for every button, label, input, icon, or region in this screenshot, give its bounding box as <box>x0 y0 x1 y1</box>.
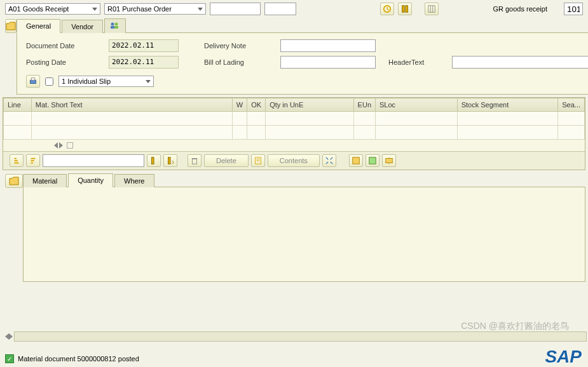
contents-icon-button[interactable] <box>251 154 265 167</box>
movement-type-label: GR goods receipt <box>493 5 547 13</box>
detail-panel <box>23 187 585 282</box>
action-dropdown-label: A01 Goods Receipt <box>8 5 69 13</box>
tab-where[interactable]: Where <box>114 174 154 187</box>
header-text-input[interactable] <box>452 56 588 69</box>
scrollbar-track[interactable] <box>14 331 587 342</box>
chevron-down-icon <box>146 80 151 83</box>
svg-rect-3 <box>428 6 435 13</box>
tab-vendor[interactable]: Vendor <box>62 20 103 33</box>
reference-dropdown[interactable]: R01 Purchase Order <box>104 3 206 15</box>
svg-point-7 <box>115 23 118 26</box>
find-item-button[interactable] <box>147 154 161 167</box>
print-button[interactable] <box>26 75 40 88</box>
status-bar: ✓ Material document 5000000812 posted <box>5 354 139 363</box>
col-qty[interactable]: Qty in UnE <box>266 98 353 112</box>
tab-vendor-label: Vendor <box>71 23 93 30</box>
svg-rect-10 <box>31 80 36 83</box>
svg-rect-12 <box>152 157 154 164</box>
filter-input[interactable] <box>43 154 144 167</box>
scroll-stop-icon[interactable] <box>67 142 73 149</box>
collapse-detail-button[interactable] <box>5 174 23 188</box>
slip-dropdown[interactable]: 1 Individual Slip <box>58 76 154 87</box>
header-tabs: General Vendor <box>17 18 588 33</box>
tab-general[interactable]: General <box>17 19 60 33</box>
top-toolbar: A01 Goods Receipt R01 Purchase Order GR … <box>0 0 588 18</box>
col-sea[interactable]: Sea... <box>558 98 585 112</box>
slip-dropdown-label: 1 Individual Slip <box>62 77 111 85</box>
print-checkbox[interactable] <box>45 77 53 86</box>
doc-number-input[interactable] <box>210 3 261 15</box>
doc-date-field[interactable]: 2022.02.11 <box>109 39 179 52</box>
layout-save-button[interactable] <box>349 154 363 167</box>
scroll-left-icon[interactable] <box>54 142 58 149</box>
layout-choose-button[interactable] <box>366 154 379 167</box>
tab-where-label: Where <box>124 177 144 185</box>
sort-asc-button[interactable] <box>10 154 24 167</box>
action-dropdown[interactable]: A01 Goods Receipt <box>5 3 100 15</box>
tab-material[interactable]: Material <box>23 174 67 187</box>
tab-material-label: Material <box>32 177 57 185</box>
col-ok[interactable]: OK <box>247 98 266 112</box>
doc-year-input[interactable] <box>264 3 296 15</box>
window-hscroll <box>5 331 588 342</box>
scroll-right-icon[interactable] <box>9 333 13 340</box>
svg-rect-21 <box>386 159 393 163</box>
delete-icon-button[interactable] <box>188 154 202 167</box>
partner-icon <box>110 22 120 29</box>
svg-point-6 <box>111 23 114 26</box>
delivery-note-input[interactable] <box>280 39 376 52</box>
find-button[interactable] <box>398 3 412 15</box>
svg-rect-9 <box>114 26 118 29</box>
items-grid-section: Line Mat. Short Text W OK Qty in UnE EUn… <box>3 97 585 170</box>
delete-button[interactable]: Delete <box>204 154 249 167</box>
sort-desc-button[interactable] <box>26 154 40 167</box>
layout-button[interactable] <box>425 3 439 15</box>
col-w[interactable]: W <box>232 98 247 112</box>
contents-button-label: Contents <box>280 157 308 164</box>
svg-rect-19 <box>353 157 360 164</box>
execute-button[interactable] <box>380 3 394 15</box>
col-mat-short-text[interactable]: Mat. Short Text <box>31 98 232 112</box>
scroll-right-icon[interactable] <box>59 142 63 149</box>
table-row[interactable] <box>4 112 585 126</box>
detail-tabs: Material Quantity Where <box>23 173 588 187</box>
bill-of-lading-input[interactable] <box>280 56 376 69</box>
svg-rect-11 <box>31 78 34 81</box>
col-line[interactable]: Line <box>4 98 32 112</box>
contents-button[interactable]: Contents <box>268 154 320 167</box>
svg-rect-1 <box>402 6 405 13</box>
success-icon: ✓ <box>5 354 14 363</box>
movement-type-input[interactable] <box>564 3 583 15</box>
col-stock-segment[interactable]: Stock Segment <box>457 98 558 112</box>
layout-manage-button[interactable] <box>382 154 396 167</box>
delete-button-label: Delete <box>216 157 236 164</box>
reference-dropdown-label: R01 Purchase Order <box>107 5 172 13</box>
tab-general-label: General <box>26 22 51 30</box>
header-panel: Document Date 2022.02.11 Delivery Note P… <box>17 32 588 95</box>
header-text-label: HeaderText <box>388 58 452 66</box>
tab-quantity[interactable]: Quantity <box>68 173 113 187</box>
delivery-note-label: Delivery Note <box>204 42 280 50</box>
items-grid[interactable]: Line Mat. Short Text W OK Qty in UnE EUn… <box>3 98 585 140</box>
sap-logo: SAP <box>545 347 582 367</box>
watermark-text: CSDN @喜欢打酱油的老鸟 <box>461 321 569 332</box>
tab-quantity-label: Quantity <box>78 177 104 184</box>
posting-date-field[interactable]: 2022.02.11 <box>109 56 179 69</box>
doc-date-label: Document Date <box>26 42 109 50</box>
collapse-header-button[interactable] <box>5 19 17 33</box>
find-next-button[interactable] <box>163 154 177 167</box>
svg-rect-13 <box>168 157 171 164</box>
col-sloc[interactable]: SLoc <box>376 98 458 112</box>
svg-rect-14 <box>193 159 197 164</box>
posting-date-label: Posting Date <box>26 58 109 66</box>
status-message: Material document 5000000812 posted <box>18 355 139 363</box>
col-eun[interactable]: EUn <box>353 98 375 112</box>
svg-rect-8 <box>111 26 114 29</box>
table-row[interactable] <box>4 126 585 140</box>
item-toolbar: Delete Contents <box>3 151 585 170</box>
svg-rect-2 <box>406 6 408 13</box>
expand-button[interactable] <box>322 154 336 167</box>
chevron-down-icon <box>198 8 203 11</box>
grid-hscroll <box>3 140 585 151</box>
tab-partner[interactable] <box>104 18 126 33</box>
